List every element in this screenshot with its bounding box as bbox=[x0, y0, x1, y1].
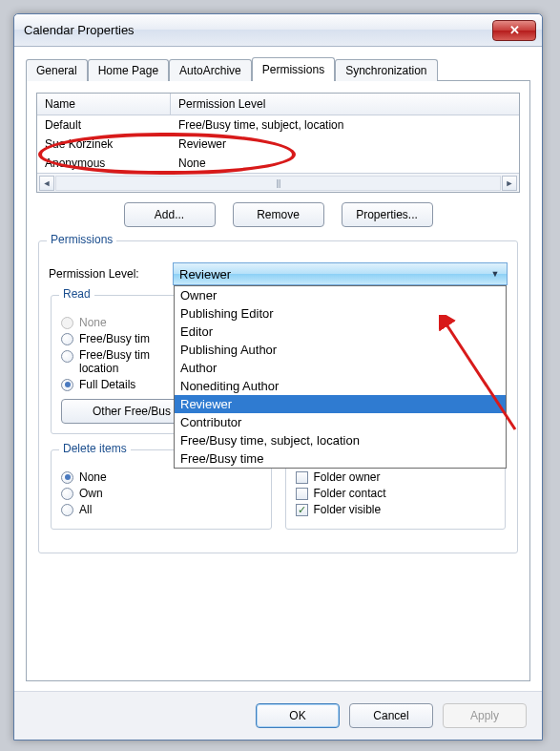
row-name: Sue Korzinek bbox=[37, 136, 171, 152]
other-folder-visible[interactable]: ✓ Folder visible bbox=[296, 503, 496, 516]
delete-option-all[interactable]: All bbox=[61, 503, 261, 516]
apply-button: Apply bbox=[443, 703, 527, 728]
table-rows: Default Free/Busy time, subject, locatio… bbox=[37, 115, 519, 173]
scroll-right-icon[interactable]: ► bbox=[502, 176, 517, 191]
tab-home-page[interactable]: Home Page bbox=[88, 59, 169, 81]
delete-legend: Delete items bbox=[59, 442, 131, 455]
combo-option[interactable]: Reviewer bbox=[175, 395, 506, 413]
radio-label: Free/Busy tim bbox=[79, 332, 150, 345]
combo-option[interactable]: Publishing Author bbox=[175, 341, 506, 359]
row-level: Free/Busy time, subject, location bbox=[171, 117, 519, 133]
table-row[interactable]: Anonymous None bbox=[37, 154, 519, 173]
radio-label: None bbox=[79, 316, 107, 329]
radio-label: Full Details bbox=[79, 378, 135, 391]
radio-icon bbox=[61, 317, 73, 329]
permission-level-label: Permission Level: bbox=[49, 267, 173, 281]
delete-option-own[interactable]: Own bbox=[61, 487, 261, 500]
radio-label: All bbox=[79, 503, 92, 516]
other-folder-owner[interactable]: Folder owner bbox=[296, 470, 496, 484]
col-header-name[interactable]: Name bbox=[37, 94, 171, 115]
row-level: None bbox=[171, 156, 519, 171]
permissions-group: Permissions Permission Level: Reviewer ▼… bbox=[38, 240, 518, 553]
permission-level-row: Permission Level: Reviewer ▼ Owner Publi… bbox=[49, 262, 508, 285]
calendar-properties-dialog: Calendar Properties ✕ General Home Page … bbox=[13, 13, 543, 741]
radio-icon bbox=[61, 471, 73, 484]
tab-strip: General Home Page AutoArchive Permission… bbox=[26, 57, 530, 81]
scroll-left-icon[interactable]: ◄ bbox=[39, 176, 54, 191]
permission-level-combo[interactable]: Reviewer ▼ Owner Publishing Editor Edito… bbox=[173, 262, 508, 285]
chevron-down-icon: ▼ bbox=[487, 265, 503, 282]
checkbox-icon: ✓ bbox=[296, 504, 308, 516]
cancel-button[interactable]: Cancel bbox=[349, 703, 433, 728]
remove-button[interactable]: Remove bbox=[233, 202, 324, 227]
close-icon: ✕ bbox=[509, 23, 520, 37]
radio-icon bbox=[61, 504, 73, 516]
checkbox-label: Folder visible bbox=[314, 503, 382, 516]
table-row[interactable]: Sue Korzinek Reviewer bbox=[37, 135, 519, 154]
combo-option[interactable]: Owner bbox=[175, 286, 506, 304]
tab-general[interactable]: General bbox=[26, 59, 88, 81]
combo-option[interactable]: Free/Busy time bbox=[175, 449, 506, 468]
delete-option-none[interactable]: None bbox=[61, 470, 261, 484]
radio-label: Own bbox=[79, 487, 103, 500]
close-button[interactable]: ✕ bbox=[492, 20, 536, 41]
permissions-panel: Name Permission Level Default Free/Busy … bbox=[26, 80, 530, 681]
permissions-legend: Permissions bbox=[47, 233, 116, 246]
checkbox-label: Folder contact bbox=[314, 487, 386, 500]
radio-label: Free/Busy tim location bbox=[79, 348, 150, 375]
table-header: Name Permission Level bbox=[37, 94, 519, 115]
combo-option[interactable]: Nonediting Author bbox=[175, 377, 506, 395]
titlebar[interactable]: Calendar Properties ✕ bbox=[14, 14, 542, 47]
radio-label: None bbox=[79, 470, 107, 484]
radio-icon bbox=[61, 379, 73, 391]
combo-selected-text: Reviewer bbox=[179, 267, 231, 282]
checkbox-icon bbox=[296, 488, 308, 500]
tab-synchronization[interactable]: Synchronization bbox=[335, 59, 437, 81]
combo-option[interactable]: Author bbox=[175, 359, 506, 377]
permission-level-dropdown: Owner Publishing Editor Editor Publishin… bbox=[174, 285, 507, 469]
other-folder-contact[interactable]: Folder contact bbox=[296, 487, 496, 500]
checkbox-icon bbox=[296, 471, 308, 484]
row-level: Reviewer bbox=[171, 136, 519, 152]
read-legend: Read bbox=[59, 287, 94, 301]
ok-button[interactable]: OK bbox=[256, 703, 340, 728]
combo-option[interactable]: Editor bbox=[175, 323, 506, 341]
permissions-table: Name Permission Level Default Free/Busy … bbox=[36, 93, 520, 193]
combo-option[interactable]: Publishing Editor bbox=[175, 304, 506, 323]
radio-icon bbox=[61, 333, 73, 345]
radio-icon bbox=[61, 488, 73, 500]
row-name: Anonymous bbox=[37, 156, 171, 171]
row-name: Default bbox=[37, 117, 171, 133]
dialog-body: General Home Page AutoArchive Permission… bbox=[14, 47, 542, 691]
properties-button[interactable]: Properties... bbox=[342, 202, 433, 227]
radio-icon bbox=[61, 350, 73, 363]
dialog-footer: OK Cancel Apply bbox=[14, 691, 542, 740]
table-row[interactable]: Default Free/Busy time, subject, locatio… bbox=[37, 115, 519, 135]
combo-option[interactable]: Free/Busy time, subject, location bbox=[175, 431, 506, 449]
combo-option[interactable]: Contributor bbox=[175, 413, 506, 431]
window-title: Calendar Properties bbox=[24, 23, 492, 37]
tab-permissions[interactable]: Permissions bbox=[252, 57, 335, 81]
scroll-track[interactable] bbox=[55, 176, 501, 191]
table-scrollbar[interactable]: ◄ ► bbox=[37, 173, 519, 192]
table-button-row: Add... Remove Properties... bbox=[36, 202, 520, 227]
tab-autoarchive[interactable]: AutoArchive bbox=[169, 59, 252, 81]
add-button[interactable]: Add... bbox=[124, 202, 216, 227]
col-header-level[interactable]: Permission Level bbox=[171, 94, 519, 115]
checkbox-label: Folder owner bbox=[314, 470, 381, 484]
